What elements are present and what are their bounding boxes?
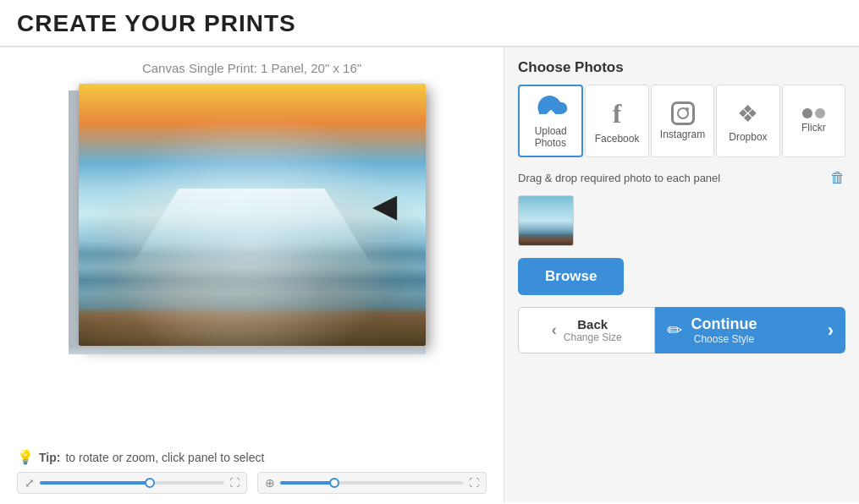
- source-btn-instagram[interactable]: Instagram: [651, 85, 714, 157]
- tip-label: Tip:: [39, 451, 60, 464]
- canvas-3d-left: [69, 90, 79, 353]
- slider-handle-1[interactable]: [145, 478, 155, 488]
- continue-left: ✏ Continue Choose Style: [667, 315, 757, 345]
- drag-drop-row: Drag & drop required photo to each panel…: [518, 169, 845, 187]
- source-btn-upload[interactable]: UploadPhotos: [518, 85, 583, 157]
- back-text-wrapper: Back Change Size: [564, 317, 622, 343]
- zoom-icon: ⊕: [265, 476, 275, 490]
- continue-sub: Choose Style: [691, 333, 757, 345]
- continue-button[interactable]: ✏ Continue Choose Style ›: [655, 307, 845, 353]
- page-header: CREATE YOUR PRINTS: [0, 0, 859, 47]
- flickr-label: Flickr: [801, 122, 826, 134]
- slider-handle-2[interactable]: [329, 478, 339, 488]
- right-panel: Choose Photos UploadPhotos f Facebook In…: [504, 47, 859, 502]
- source-buttons: UploadPhotos f Facebook Instagram ❖ Drop…: [518, 85, 845, 157]
- main-content: Canvas Single Print: 1 Panel, 20" x 16" …: [0, 47, 859, 502]
- slider-track-1[interactable]: [40, 481, 224, 485]
- slider-fill-2: [280, 481, 335, 485]
- continue-label: Continue: [691, 315, 757, 333]
- continue-arrow-icon: ›: [828, 320, 834, 342]
- upload-label: UploadPhotos: [535, 125, 567, 149]
- dropbox-icon: ❖: [737, 100, 758, 128]
- browse-button[interactable]: Browse: [518, 258, 624, 295]
- left-panel: Canvas Single Print: 1 Panel, 20" x 16" …: [0, 47, 504, 502]
- back-arrow-icon: ‹: [552, 321, 557, 339]
- trash-icon[interactable]: 🗑: [830, 169, 845, 187]
- flickr-icon: [802, 108, 825, 118]
- drag-drop-text: Drag & drop required photo to each panel: [518, 172, 720, 184]
- tip-text: to rotate or zoom, click panel to select: [65, 451, 264, 464]
- instagram-label: Instagram: [660, 129, 705, 140]
- flickr-dot-1: [802, 108, 812, 118]
- tip-area: 💡 Tip: to rotate or zoom, click panel to…: [17, 442, 487, 465]
- expand-icon-1: ⛶: [229, 477, 240, 489]
- back-btn-inner: ‹ Back Change Size: [552, 317, 622, 343]
- upload-cloud-icon: [533, 93, 569, 122]
- facebook-label: Facebook: [595, 133, 640, 145]
- back-sub: Change Size: [564, 331, 622, 343]
- bottom-nav: ‹ Back Change Size ✏ Continue Choose Sty…: [518, 307, 845, 353]
- arrow-indicator: ◀: [372, 187, 397, 224]
- flickr-dot-2: [815, 108, 825, 118]
- facebook-icon: f: [613, 98, 622, 129]
- dropbox-label: Dropbox: [729, 131, 767, 143]
- source-btn-flickr[interactable]: Flickr: [782, 85, 845, 157]
- choose-photos-title: Choose Photos: [518, 59, 845, 76]
- canvas-label: Canvas Single Print: 1 Panel, 20" x 16": [17, 61, 487, 75]
- slider-track-2[interactable]: [280, 481, 465, 485]
- lightbulb-icon: 💡: [17, 449, 34, 465]
- expand-icon-2: ⛶: [469, 477, 479, 489]
- edit-icon: ✏: [667, 320, 682, 342]
- source-btn-facebook[interactable]: f Facebook: [585, 85, 648, 157]
- slider-fill-1: [40, 481, 151, 485]
- source-btn-dropbox[interactable]: ❖ Dropbox: [716, 85, 779, 157]
- sliders-row: ⤢ ⛶ ⊕ ⛶: [17, 472, 487, 494]
- share-icon: ⤢: [25, 476, 35, 490]
- canvas-3d-bottom: [69, 346, 426, 354]
- thumbnail-1[interactable]: [518, 195, 574, 246]
- continue-text: Continue Choose Style: [691, 315, 757, 345]
- back-button[interactable]: ‹ Back Change Size: [518, 307, 655, 353]
- slider-group-2: ⊕ ⛶: [257, 472, 487, 494]
- thumbnails-area: [518, 195, 845, 246]
- back-label: Back: [564, 317, 622, 331]
- instagram-icon: [671, 101, 695, 125]
- page-title: CREATE YOUR PRINTS: [17, 10, 842, 37]
- slider-group-1: ⤢ ⛶: [17, 472, 247, 494]
